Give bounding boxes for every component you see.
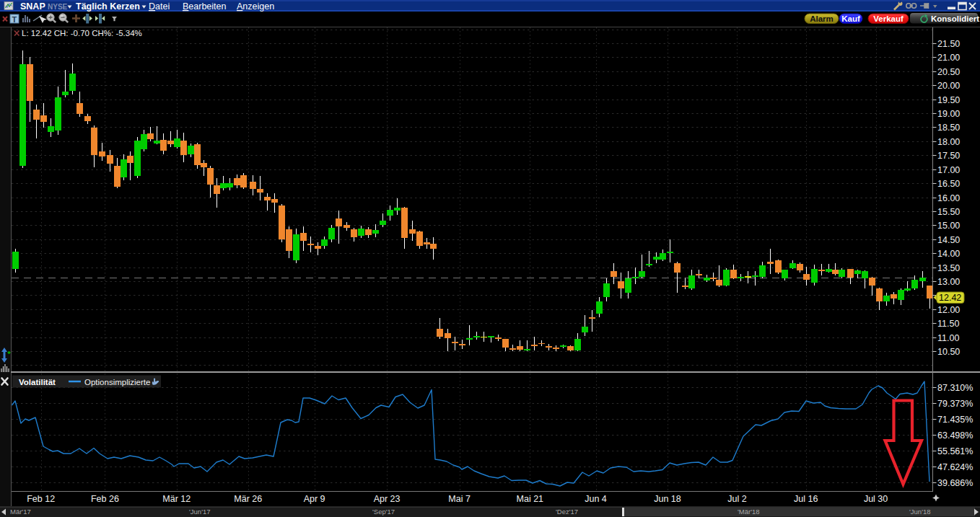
svg-text:Verkauf: Verkauf bbox=[873, 14, 904, 23]
svg-text:Jun 18: Jun 18 bbox=[654, 494, 681, 504]
svg-text:Volatilität: Volatilität bbox=[19, 378, 56, 386]
svg-text:79.373%: 79.373% bbox=[937, 399, 973, 409]
svg-text:Täglich Kerzen: Täglich Kerzen bbox=[76, 1, 140, 12]
svg-text:17.50: 17.50 bbox=[937, 151, 960, 161]
svg-text:Bearbeiten: Bearbeiten bbox=[183, 1, 227, 12]
svg-text:19.00: 19.00 bbox=[937, 109, 960, 119]
svg-text:16.00: 16.00 bbox=[937, 193, 960, 203]
svg-text:18.00: 18.00 bbox=[937, 137, 960, 147]
svg-text:12.42: 12.42 bbox=[939, 293, 961, 303]
svg-text:Mär'17: Mär'17 bbox=[10, 508, 31, 516]
svg-text:Apr 23: Apr 23 bbox=[374, 494, 401, 504]
svg-text:SNAP: SNAP bbox=[20, 1, 45, 12]
svg-text:L: 12.42 CH: -0.70 CH%: -5.34%: L: 12.42 CH: -0.70 CH%: -5.34% bbox=[22, 29, 142, 37]
svg-text:21.00: 21.00 bbox=[937, 53, 960, 63]
svg-text:63.498%: 63.498% bbox=[937, 430, 973, 441]
svg-text:11.50: 11.50 bbox=[937, 319, 959, 329]
svg-text:Apr 9: Apr 9 bbox=[304, 494, 325, 504]
svg-text:Mai 7: Mai 7 bbox=[448, 494, 471, 504]
svg-text:Optionsimplizierte: Optionsimplizierte bbox=[84, 378, 150, 386]
svg-text:'Mär'18: 'Mär'18 bbox=[738, 508, 760, 516]
svg-text:'Sep'17: 'Sep'17 bbox=[372, 508, 395, 516]
svg-text:Jun 4: Jun 4 bbox=[585, 494, 607, 504]
svg-text:21.50: 21.50 bbox=[937, 39, 960, 49]
svg-text:16.50: 16.50 bbox=[937, 179, 960, 189]
svg-text:Mär 12: Mär 12 bbox=[162, 494, 191, 504]
svg-text:71.435%: 71.435% bbox=[937, 415, 973, 425]
svg-text:18.50: 18.50 bbox=[937, 123, 960, 133]
svg-text:NYSE: NYSE bbox=[48, 3, 68, 11]
svg-text:20.50: 20.50 bbox=[937, 67, 960, 77]
svg-text:Jul 2: Jul 2 bbox=[727, 494, 746, 504]
svg-text:13.50: 13.50 bbox=[937, 263, 960, 273]
svg-text:14.00: 14.00 bbox=[937, 249, 960, 259]
svg-text:Anzeigen: Anzeigen bbox=[237, 1, 274, 12]
svg-text:Kauf: Kauf bbox=[841, 14, 860, 23]
svg-text:17.00: 17.00 bbox=[937, 165, 960, 175]
svg-text:T: T bbox=[12, 15, 17, 24]
svg-text:20.00: 20.00 bbox=[937, 81, 960, 91]
svg-text:Feb 26: Feb 26 bbox=[91, 494, 119, 504]
svg-text:15.50: 15.50 bbox=[937, 207, 960, 217]
svg-text:87.310%: 87.310% bbox=[937, 383, 973, 393]
svg-text:Konsolidiert: Konsolidiert bbox=[931, 14, 979, 23]
svg-text:'Dez'17: 'Dez'17 bbox=[556, 508, 578, 516]
svg-text:Alarm: Alarm bbox=[810, 14, 834, 23]
svg-text:19.50: 19.50 bbox=[937, 95, 960, 105]
svg-text:14.50: 14.50 bbox=[937, 235, 960, 245]
svg-text:'Jun'17: 'Jun'17 bbox=[189, 508, 211, 516]
svg-text:'Jun'18: 'Jun'18 bbox=[909, 508, 931, 516]
svg-text:39.686%: 39.686% bbox=[937, 478, 973, 488]
svg-text:Mai 21: Mai 21 bbox=[517, 494, 544, 504]
svg-text:Feb 12: Feb 12 bbox=[27, 494, 55, 504]
svg-text:47.624%: 47.624% bbox=[937, 462, 973, 472]
svg-text:Datei: Datei bbox=[149, 1, 170, 12]
svg-text:10.50: 10.50 bbox=[937, 347, 960, 357]
svg-text:Jul 16: Jul 16 bbox=[794, 494, 818, 504]
svg-text:Jul 30: Jul 30 bbox=[864, 494, 888, 504]
svg-text:13.00: 13.00 bbox=[937, 277, 960, 287]
svg-text:12.00: 12.00 bbox=[937, 305, 960, 315]
svg-text:55.561%: 55.561% bbox=[937, 446, 973, 456]
svg-text:Mär 26: Mär 26 bbox=[234, 494, 262, 504]
svg-text:11.00: 11.00 bbox=[937, 333, 959, 343]
svg-text:15.00: 15.00 bbox=[937, 221, 960, 231]
